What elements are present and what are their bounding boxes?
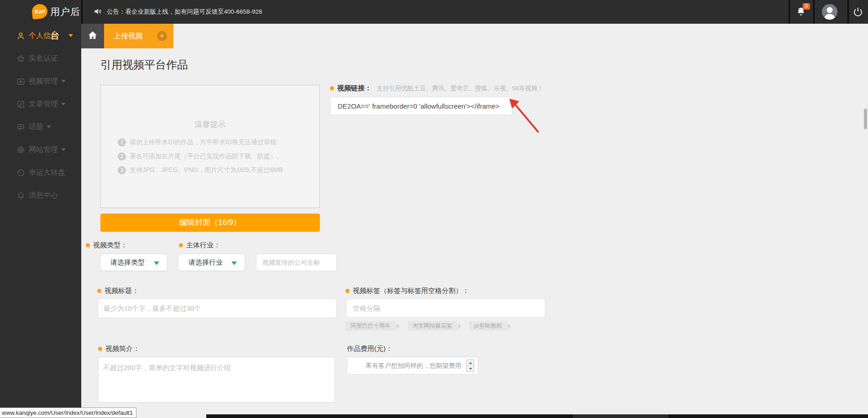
orange-bullet-icon: [345, 289, 350, 293]
video-title-label: 视频标题：: [97, 287, 139, 295]
sidebar: Kan 用户后台 个人信息 实名认证 视频管理: [0, 0, 81, 418]
divider: [789, 0, 790, 24]
app-logo[interactable]: Kan 用户后台: [0, 0, 81, 24]
tag-suggestions: 阿里巴巴十周年 淘宝网拍摄花絮 pr剪辑教程: [345, 321, 507, 331]
scrollbar-thumb[interactable]: [864, 109, 867, 129]
video-title-input[interactable]: [98, 298, 337, 318]
chevron-down-icon: [47, 125, 51, 128]
tip-number-badge: 2: [118, 152, 126, 161]
taskbar-segment: [573, 414, 669, 418]
taskbar-strip: [206, 414, 868, 418]
video-desc-textarea[interactable]: [98, 357, 335, 402]
tip-number-badge: 1: [118, 138, 126, 146]
video-tags-label: 视频标签（标签与标签用空格分割）：: [345, 287, 469, 295]
sidebar-item-site[interactable]: 网站管理: [0, 143, 81, 156]
tip-number-badge: 3: [118, 166, 126, 174]
tab-upload-video[interactable]: 上传视频 ×: [104, 24, 173, 48]
tip-item: 1 请勿上传带水印的作品，片中带水印将无法通过审核: [118, 136, 319, 150]
orange-bullet-icon: [330, 86, 334, 90]
sidebar-item-videos[interactable]: 视频管理: [0, 75, 81, 88]
divider: [847, 0, 849, 24]
sidebar-item-messages[interactable]: 消息中心: [0, 189, 81, 202]
number-spinner: [466, 360, 474, 372]
tag-chip[interactable]: 阿里巴巴十周年: [345, 321, 396, 331]
industry-label: 主体行业：: [179, 241, 220, 250]
video-tags-input[interactable]: [346, 298, 545, 318]
logo-icon: Kan: [31, 3, 48, 19]
spinner-down-icon[interactable]: [467, 366, 474, 371]
sidebar-item-realname[interactable]: 实名认证: [0, 52, 81, 65]
article-icon: [16, 100, 25, 109]
page-title: 引用视频平台作品: [100, 57, 188, 72]
status-url-tooltip: www.kanqiye.com/User/Index/User/Index/de…: [0, 408, 136, 418]
app-root: Kan 用户后台 个人信息 实名认证 视频管理: [0, 0, 868, 418]
divider: [813, 0, 815, 24]
user-icon: [16, 31, 25, 40]
app-title: 用户后台: [50, 0, 81, 24]
tag-chip[interactable]: 淘宝网拍摄花絮: [408, 321, 458, 331]
notification-badge: 0: [803, 3, 810, 10]
video-desc-label: 视频简介：: [98, 345, 140, 353]
orange-bullet-icon: [179, 243, 183, 247]
video-link-input[interactable]: [330, 97, 512, 115]
chevron-down-icon: [68, 34, 73, 37]
tag-chip[interactable]: pr剪辑教程: [469, 321, 507, 331]
tip-item: 3 支持JPG、JPEG、PNG，图片尺寸为16/9,不超过6MB: [118, 163, 319, 178]
fee-input[interactable]: 果有客户想拍同样的，您期望费用:: [347, 357, 478, 375]
cover-upload-dropzone[interactable]: 温馨提示 1 请勿上传带水印的作品，片中带水印将无法通过审核 2 署名可添加在片…: [100, 85, 320, 208]
avatar[interactable]: [822, 4, 837, 20]
video-icon: [16, 77, 25, 86]
topbar: 公告：看企业新版上线，如有问题可反馈至400-6658-928 0: [81, 0, 868, 24]
video-type-label: 视频类型：: [86, 241, 127, 250]
red-arrow-annotation: [501, 90, 551, 141]
tips-title: 温馨提示: [101, 119, 319, 130]
dropdown-caret-icon: [231, 261, 237, 265]
gear-icon: [16, 146, 25, 154]
fee-label: 作品费用(元)：: [347, 345, 392, 353]
power-icon[interactable]: [852, 6, 863, 17]
sidebar-item-profile[interactable]: 个人信息: [0, 29, 81, 42]
announcement-text: 公告：看企业新版上线，如有问题可反馈至400-6658-928: [107, 0, 262, 24]
tip-item: 2 署名可添加在片尾（平台已实现作品防下载、防盗）。: [118, 150, 319, 164]
divider: [81, 0, 83, 24]
orange-bullet-icon: [97, 289, 101, 293]
edit-cover-button[interactable]: 编辑封面（16/9）: [100, 214, 320, 232]
chevron-down-icon: [61, 80, 66, 83]
star-icon: [16, 54, 25, 63]
notifications-button[interactable]: 0: [796, 5, 814, 19]
sidebar-item-articles[interactable]: 文章管理: [0, 98, 81, 110]
company-name-input[interactable]: [256, 254, 337, 271]
industry-select[interactable]: 请选择行业: [178, 254, 245, 271]
spinner-up-icon[interactable]: [467, 360, 474, 366]
sidebar-item-topics[interactable]: 话题: [0, 120, 81, 133]
wheel-icon: [16, 168, 25, 177]
orange-bullet-icon: [86, 243, 90, 247]
bell-icon: [16, 191, 25, 200]
speaker-icon: [94, 7, 103, 18]
topic-icon: [16, 123, 25, 131]
home-tab-button[interactable]: [81, 24, 104, 48]
close-icon[interactable]: ×: [157, 31, 167, 41]
dropdown-caret-icon: [154, 261, 159, 265]
sidebar-item-lucky-wheel[interactable]: 幸运大转盘: [0, 166, 81, 179]
chevron-down-icon: [61, 103, 66, 105]
orange-bullet-icon: [98, 347, 102, 351]
video-type-select[interactable]: 请选择类型: [100, 254, 167, 271]
home-icon: [88, 31, 98, 42]
chevron-down-icon: [61, 148, 66, 151]
